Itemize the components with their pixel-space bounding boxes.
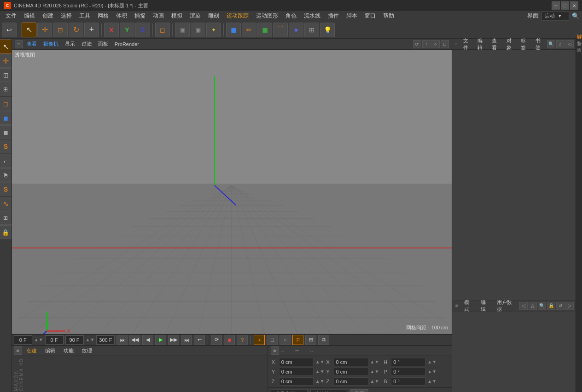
menu-motion-graph[interactable]: 运动图形 [252, 11, 282, 21]
out-frame-input[interactable] [96, 335, 115, 345]
sb-cube2-button[interactable]: ◼ [0, 111, 12, 125]
motion-square-button[interactable]: □ [267, 335, 278, 345]
motion-film-button[interactable]: ⧉ [318, 335, 329, 345]
rt-icon[interactable]: ≡ [454, 41, 459, 47]
p-arrow[interactable]: ▲▼ [427, 369, 436, 374]
interface-dropdown[interactable]: 启动 ▾ [541, 12, 569, 21]
render-settings-button[interactable]: ✦ [206, 23, 221, 37]
menu-tools[interactable]: 工具 [76, 11, 94, 21]
light-button[interactable]: 💡 [320, 23, 335, 37]
end-frame-input[interactable] [65, 335, 84, 345]
bl-tab-create[interactable]: 创建 [23, 346, 41, 355]
z-pos-input[interactable] [279, 377, 314, 386]
rt-home-icon[interactable]: ⌂ [556, 40, 565, 48]
menu-window[interactable]: 窗口 [361, 11, 379, 21]
sb-move-button[interactable]: ✛ [0, 54, 12, 68]
sb-checker-button[interactable]: ◫ [0, 68, 12, 82]
render-view-button[interactable]: ▣ [191, 23, 205, 37]
play-button[interactable]: ▶ [155, 335, 166, 345]
key-help-button[interactable]: ? [237, 335, 248, 345]
menu-help[interactable]: 帮助 [379, 11, 398, 21]
add-tool-button[interactable]: + [84, 23, 99, 37]
viewport-canvas[interactable]: 透视视图 网格间距：100 cm [12, 50, 452, 334]
motion-p-button[interactable]: P [292, 335, 303, 345]
rb-icon[interactable]: ≡ [454, 303, 460, 309]
menu-script[interactable]: 脚本 [343, 11, 361, 21]
array-button[interactable]: ⊞ [304, 23, 319, 37]
menu-animate[interactable]: 动画 [149, 11, 168, 21]
scale-tool-button[interactable]: ⊡ [53, 23, 68, 37]
rb-undo-icon[interactable]: ↺ [556, 302, 565, 310]
viewport-menu-icon[interactable]: ≡ [15, 40, 23, 48]
edge-tab-structure[interactable]: 结构 [576, 40, 582, 46]
b-rot-input[interactable] [391, 377, 425, 386]
auto-key-button[interactable]: ⏺ [224, 335, 235, 345]
menu-plugin[interactable]: 插件 [324, 11, 343, 21]
pen-button[interactable]: ✏ [242, 23, 256, 37]
floor-button[interactable]: ◼ [226, 23, 241, 37]
menu-mesh[interactable]: 网格 [94, 11, 112, 21]
select-tool-button[interactable]: ↖ [22, 23, 36, 37]
axis-y-button[interactable]: Y [120, 23, 134, 37]
x-arrow-1[interactable]: ▲▼ [315, 359, 325, 364]
sb-mouse-button[interactable]: 🖱 [0, 168, 12, 182]
y-arrow-1[interactable]: ▲▼ [315, 369, 325, 374]
menu-file[interactable]: 文件 [2, 11, 20, 21]
z-arrow-2[interactable]: ▲▼ [370, 379, 379, 384]
x-size-input[interactable] [334, 358, 368, 366]
motion-clip-button[interactable]: + [254, 335, 265, 345]
vp-menu-camera[interactable]: 摄像机 [41, 40, 61, 48]
x-arrow-2[interactable]: ▲▼ [370, 359, 379, 364]
menu-create[interactable]: 创建 [39, 11, 57, 21]
sb-lock-button[interactable]: 🔒 [0, 225, 12, 239]
y-pos-input[interactable] [279, 368, 314, 376]
menu-edit[interactable]: 编辑 [20, 11, 39, 21]
vp-nav-icon[interactable]: ⟳ [413, 40, 421, 48]
object-tool-button[interactable]: ◻ [155, 23, 170, 37]
edge-tab-attr[interactable]: 属性 [576, 46, 582, 53]
menu-pipeline[interactable]: 流水线 [300, 11, 324, 21]
scale-type-select[interactable]: 缩放比例 [310, 389, 347, 392]
bl-tab-function[interactable]: 功能 [60, 346, 77, 355]
world-coord-select[interactable]: 世界坐标 [271, 389, 308, 392]
menu-render[interactable]: 渲染 [186, 11, 204, 21]
render-region-button[interactable]: ▣ [175, 23, 190, 37]
motion-grid-button[interactable]: ⊞ [305, 335, 316, 345]
menu-volume[interactable]: 体积 [112, 11, 131, 21]
menu-character[interactable]: 角色 [282, 11, 300, 21]
vp-menu-display[interactable]: 显示 [62, 40, 78, 48]
br-icon[interactable]: ≡ [271, 346, 279, 355]
apply-button[interactable]: 应用 [350, 389, 368, 392]
menu-search-icon[interactable]: 🔍 [571, 12, 580, 21]
bl-tab-texture[interactable]: 纹理 [78, 346, 96, 355]
goto-end-button[interactable]: ⏭ [181, 335, 192, 345]
current-frame-input[interactable] [14, 335, 32, 345]
vp-circle-icon[interactable]: ○ [431, 40, 440, 48]
menu-motion-track[interactable]: 运动跟踪 [223, 11, 252, 21]
axis-z-button[interactable]: Z [135, 23, 150, 37]
h-arrow[interactable]: ▲▼ [427, 359, 436, 364]
vp-menu-panel[interactable]: 面板 [95, 40, 111, 48]
rb-back-icon[interactable]: ◁ [519, 302, 528, 310]
x-pos-input[interactable] [279, 358, 314, 366]
vp-up-icon[interactable]: ↑ [422, 40, 431, 48]
menu-snap[interactable]: 捕捉 [131, 11, 149, 21]
sb-grid-button[interactable]: ⊞ [0, 82, 12, 96]
motion-circle-button[interactable]: ○ [279, 335, 291, 345]
sb-s2-button[interactable]: S [0, 182, 12, 196]
z-size-input[interactable] [334, 377, 368, 386]
h-rot-input[interactable] [391, 358, 425, 366]
rotate-tool-button[interactable]: ↻ [69, 23, 83, 37]
undo-button[interactable] [2, 23, 17, 37]
goto-start-button[interactable]: ⏮ [116, 335, 128, 345]
menu-simulate[interactable]: 模拟 [168, 11, 186, 21]
sb-cube3-button[interactable]: ◼ [0, 125, 12, 139]
vp-menu-filter[interactable]: 过滤 [79, 40, 94, 48]
bl-icon[interactable]: ≡ [14, 346, 22, 355]
sb-corner-button[interactable]: ⌐ [0, 154, 12, 168]
menu-select[interactable]: 选择 [57, 11, 76, 21]
axis-x-button[interactable]: X [104, 23, 119, 37]
sb-s-button[interactable]: S [0, 140, 12, 153]
sb-grid2-button[interactable]: ⊞ [0, 211, 12, 225]
z-arrow-1[interactable]: ▲▼ [315, 379, 325, 384]
